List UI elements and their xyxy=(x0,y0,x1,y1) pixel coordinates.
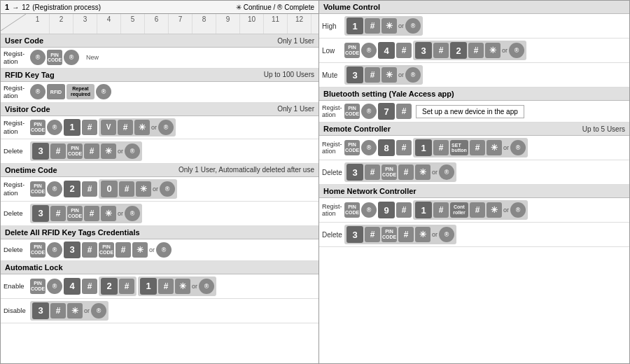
ot-del-u: PINCODE xyxy=(67,206,83,221)
al-r: ® xyxy=(47,279,62,294)
grid-10: 10 xyxy=(240,14,264,34)
drf-h2: # xyxy=(115,242,131,258)
auto-lock-dis-row: Disable 3 # ✳ or ® xyxy=(1,299,318,323)
hn-ctrl: Controller xyxy=(450,202,468,218)
hn-del-u: PINCODE xyxy=(382,227,397,242)
del-rfid-header: Delete All RFID Key Tags Credentials xyxy=(1,226,318,239)
vm-gray: 3 # ✳ or ® xyxy=(344,65,423,85)
rfid-r-icon2: ® xyxy=(96,84,111,99)
ot-h2: # xyxy=(119,181,134,197)
grid-4: 4 xyxy=(97,14,121,34)
del-rfid-title: Delete All RFID Key Tags Credentials xyxy=(5,228,140,237)
step-end: 12 xyxy=(22,4,29,11)
hn-del-or: or xyxy=(432,231,438,238)
vh-1: 1 xyxy=(346,18,363,34)
rfid-r-icon: ® xyxy=(30,84,46,99)
rm-del-3: 3 xyxy=(346,164,363,181)
onetime-reg-label: Regist-ation xyxy=(4,181,30,197)
remote-reg-label: Regist-ation xyxy=(322,141,344,155)
remote-reg-row: Regist-ation PINCODE ® 8 # 1 # SETbutton… xyxy=(319,136,629,160)
remote-note: Up to 5 Users xyxy=(582,125,625,133)
home-header: Home Network Controller xyxy=(319,185,629,198)
bt-h: # xyxy=(396,104,412,119)
visitor-reg-symbols: PINCODE ® 1 # V # ✳ or ® xyxy=(30,118,176,136)
num-1-icon: 1 xyxy=(64,119,80,136)
rm-h3: # xyxy=(470,140,485,155)
vl-h: # xyxy=(396,43,412,58)
vl-h3: # xyxy=(468,43,484,58)
hn-star: ✳ xyxy=(486,202,502,218)
vl-2: 2 xyxy=(450,42,467,59)
al-h2: # xyxy=(119,279,134,294)
star-icon: ✳ xyxy=(134,120,150,135)
continue-label: ✳ Continue / ® Complete xyxy=(236,4,314,11)
hn-del-h: # xyxy=(365,227,380,242)
auto-lock-title: Automatic Lock xyxy=(5,263,63,272)
ot-gray: 0 # ✳ or ® xyxy=(99,179,177,199)
v-r-icon: ® xyxy=(47,120,62,135)
ot-u: PINCODE xyxy=(30,181,46,197)
hash4: # xyxy=(84,144,99,159)
drf-star: ✳ xyxy=(132,242,148,258)
al-gray: 2 # xyxy=(99,276,136,296)
rm-del-h: # xyxy=(365,164,380,180)
ot-r: ® xyxy=(47,181,62,197)
ot-star: ✳ xyxy=(136,181,151,197)
rm-del-h2: # xyxy=(398,164,414,180)
visitor-del-row: Delete 3 # PINCODE # ✳ or ® xyxy=(1,139,318,164)
visitor-reg-row: Regist-ation PINCODE ® 1 # V # ✳ or ® xyxy=(1,116,318,139)
rfid-card-icon: RFID xyxy=(47,84,65,99)
vol-low-label: Low xyxy=(322,47,344,55)
rfid-reg-label: Regist-ation xyxy=(4,84,30,100)
vm-or: or xyxy=(398,71,404,78)
arrow-icon: → xyxy=(12,4,19,11)
rfid-title: RFID Key Tag xyxy=(5,71,55,79)
al-dis-star: ✳ xyxy=(67,303,83,318)
drf-3: 3 xyxy=(64,241,80,258)
step-start: 1 xyxy=(5,3,9,11)
drf-or: or xyxy=(149,246,155,253)
vol-mute-row: Mute 3 # ✳ or ® xyxy=(319,63,629,88)
vh-or: or xyxy=(398,22,404,29)
hn-h: # xyxy=(396,202,412,218)
hn-del-h2: # xyxy=(398,227,414,242)
del-rfid-label: Delete xyxy=(4,246,30,253)
ot-del-r: ® xyxy=(125,206,140,221)
visitor-del-symbols: 3 # PINCODE # ✳ or ® xyxy=(30,141,142,161)
vol-mute-label: Mute xyxy=(322,71,344,79)
remote-del-symbols: 3 # PINCODE # ✳ or ® xyxy=(344,162,456,182)
vl-h2: # xyxy=(433,43,449,58)
visitor-code-note: Only 1 User xyxy=(277,105,314,113)
bt-header: Bluetooth setting (Yale Access app) xyxy=(319,88,629,101)
ot-hash: # xyxy=(82,181,97,197)
star2: ✳ xyxy=(101,144,116,159)
al-gray2: 1 # ✳ or ® xyxy=(138,276,216,296)
remote-del-label: Delete xyxy=(322,169,344,176)
home-del-row: Delete 3 # PINCODE # ✳ or ® xyxy=(319,223,629,247)
vm-h: # xyxy=(365,67,380,83)
hash-icon2: # xyxy=(118,120,133,135)
rm-h: # xyxy=(396,140,412,155)
bt-title: Bluetooth setting (Yale Access app) xyxy=(323,90,454,98)
vl-star: ✳ xyxy=(485,43,500,58)
al-star: ✳ xyxy=(175,279,190,294)
al-2: 2 xyxy=(101,278,118,295)
u-pin-icon: PINCODE xyxy=(30,120,46,135)
rm-del-star: ✳ xyxy=(415,164,430,180)
auto-lock-en-symbols: PINCODE ® 4 # 2 # 1 # ✳ or ® xyxy=(30,276,216,296)
home-reg-symbols: PINCODE ® 9 # 1 # Controller # ✳ or ® xyxy=(344,200,528,220)
onetime-header: Onetime Code Only 1 User, Automatically … xyxy=(1,164,318,177)
auto-lock-header: Automatic Lock xyxy=(1,261,318,274)
drf-r: ® xyxy=(47,242,62,258)
remote-del-row: Delete 3 # PINCODE # ✳ or ® xyxy=(319,160,629,185)
home-del-label: Delete xyxy=(322,231,344,239)
rm-h2: # xyxy=(433,140,449,155)
rfid-reg-row: Regist-ation ® RFID Repeatrequired ® xyxy=(1,82,318,103)
rm-or: or xyxy=(503,144,509,151)
onetime-reg-symbols: PINCODE ® 2 # 0 # ✳ or ® xyxy=(30,179,177,199)
al-4: 4 xyxy=(64,278,80,295)
al-1: 1 xyxy=(140,278,157,295)
visitor-code-title: Visitor Code xyxy=(5,105,50,113)
rfid-note: Up to 100 Users xyxy=(264,71,314,78)
hn-1: 1 xyxy=(415,202,432,218)
